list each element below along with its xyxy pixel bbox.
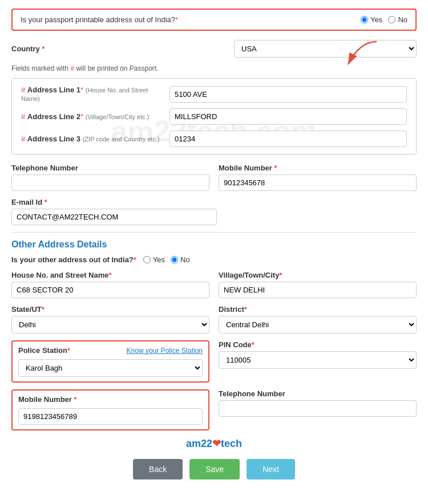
- pin-label: PIN Code*: [219, 340, 417, 349]
- other-address-title: Other Address Details: [11, 239, 417, 250]
- other-mobile-col: Mobile Number * 9198123456789: [11, 389, 209, 430]
- police-pin-row: Police Station* Know your Police Station…: [11, 340, 417, 383]
- passport-no-radio[interactable]: [388, 16, 395, 23]
- address-line2-label: # Address Line 2* (Village/Town/City etc…: [21, 112, 164, 121]
- address-line3-row: # Address Line 3 (ZIP code and Country e…: [21, 131, 407, 147]
- district-col: District* Central Delhi North Delhi Sout…: [219, 305, 417, 334]
- other-yes-radio[interactable]: [143, 256, 151, 263]
- passport-yes-label[interactable]: Yes: [361, 15, 382, 24]
- police-highlighted-box: Police Station* Know your Police Station…: [11, 340, 209, 383]
- address-line1-input[interactable]: 5100 AVE: [169, 86, 407, 103]
- phone-row: Telephone Number Mobile Number * 9012345…: [11, 164, 417, 191]
- address-section: # Address Line 1* (House No. and Street …: [11, 78, 417, 155]
- country-select[interactable]: USA India UK Canada Australia: [234, 40, 417, 58]
- mobile-label: Mobile Number *: [219, 164, 417, 172]
- know-police-link[interactable]: Know your Police Station: [127, 347, 203, 355]
- pin-select[interactable]: 110005 110001 110011 110020: [219, 351, 417, 369]
- passport-radio-group: Yes No: [361, 15, 407, 24]
- email-label: E-mail Id *: [11, 198, 417, 206]
- mobile-col: Mobile Number * 9012345678: [219, 164, 417, 191]
- state-label: State/UT*: [11, 305, 209, 314]
- house-label: House No. and Street Name*: [11, 271, 209, 279]
- country-label: Country *: [11, 44, 80, 53]
- state-select[interactable]: Delhi Maharashtra Karnataka Tamil Nadu U…: [11, 316, 209, 334]
- bottom-brand: am22❤tech: [11, 437, 417, 450]
- back-button[interactable]: Back: [133, 459, 183, 479]
- email-row: E-mail Id * CONTACT@AM22TECH.COM: [11, 198, 417, 225]
- district-label: District*: [219, 305, 417, 314]
- nav-buttons: Back Save Next: [11, 459, 417, 479]
- passport-question-box: Is your passport printable address out o…: [11, 9, 417, 31]
- passport-question-label: Is your passport printable address out o…: [21, 15, 352, 24]
- other-mobile-input[interactable]: 9198123456789: [18, 408, 203, 425]
- address-line3-input[interactable]: 01234: [169, 131, 407, 147]
- telephone-col: Telephone Number: [11, 164, 209, 191]
- next-button[interactable]: Next: [247, 459, 295, 479]
- telephone-input[interactable]: [11, 174, 209, 191]
- email-input[interactable]: CONTACT@AM22TECH.COM: [11, 209, 217, 225]
- house-col: House No. and Street Name* C68 SECTOR 20: [11, 271, 209, 298]
- other-telephone-label: Telephone Number: [219, 389, 417, 398]
- house-input[interactable]: C68 SECTOR 20: [11, 282, 209, 298]
- address-line1-row: # Address Line 1* (House No. and Street …: [21, 86, 407, 103]
- address-line3-label: # Address Line 3 (ZIP code and Country e…: [21, 135, 164, 143]
- other-telephone-input[interactable]: [219, 400, 417, 417]
- other-address-question-row: Is your other address out of India?* Yes…: [11, 255, 417, 264]
- police-row-header: Police Station* Know your Police Station: [18, 346, 203, 355]
- other-telephone-col: Telephone Number: [219, 389, 417, 430]
- mobile-input[interactable]: 9012345678: [219, 174, 417, 191]
- district-select[interactable]: Central Delhi North Delhi South Delhi Ea…: [219, 316, 417, 334]
- passport-no-label[interactable]: No: [388, 15, 407, 24]
- other-phone-row: Mobile Number * 9198123456789 Telephone …: [11, 389, 417, 430]
- other-yes-label[interactable]: Yes: [143, 255, 165, 264]
- pin-col: PIN Code* 110005 110001 110011 110020: [219, 340, 417, 383]
- telephone-label: Telephone Number: [11, 164, 209, 172]
- arrow-annotation: [337, 36, 382, 70]
- other-address-question-label: Is your other address out of India?*: [11, 255, 136, 264]
- address-line1-label: # Address Line 1* (House No. and Street …: [21, 86, 164, 103]
- village-col: Village/Town/City* NEW DELHI: [219, 271, 417, 298]
- state-col: State/UT* Delhi Maharashtra Karnataka Ta…: [11, 305, 209, 334]
- state-district-row: State/UT* Delhi Maharashtra Karnataka Ta…: [11, 305, 417, 334]
- police-col: Police Station* Know your Police Station…: [11, 340, 209, 383]
- village-input[interactable]: NEW DELHI: [219, 282, 417, 298]
- other-mobile-highlighted-box: Mobile Number * 9198123456789: [11, 389, 209, 430]
- police-select[interactable]: Karol Bagh Connaught Place Lajpat Nagar …: [18, 359, 203, 377]
- address-line2-row: # Address Line 2* (Village/Town/City etc…: [21, 108, 407, 125]
- house-village-row: House No. and Street Name* C68 SECTOR 20…: [11, 271, 417, 298]
- village-label: Village/Town/City*: [219, 271, 417, 279]
- other-no-label[interactable]: No: [171, 255, 190, 264]
- police-label: Police Station*: [18, 346, 70, 355]
- address-line2-input[interactable]: MILLSFORD: [169, 108, 407, 125]
- passport-yes-radio[interactable]: [361, 16, 368, 23]
- other-mobile-label: Mobile Number *: [18, 395, 203, 404]
- save-button[interactable]: Save: [189, 459, 240, 479]
- other-no-radio[interactable]: [171, 256, 178, 263]
- other-address-radio-group: Yes No: [143, 255, 190, 264]
